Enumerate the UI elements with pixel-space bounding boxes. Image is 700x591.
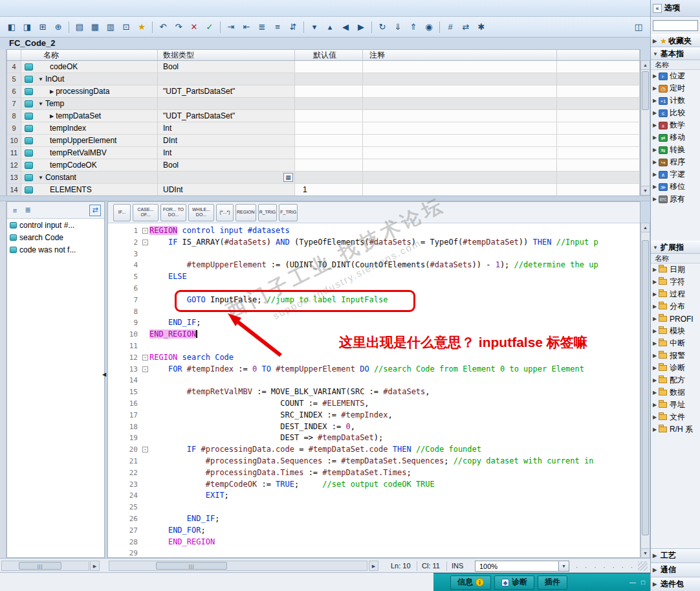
- column-header[interactable]: 数据类型: [158, 50, 295, 60]
- row-number[interactable]: 6: [7, 85, 21, 97]
- split-editor-vertical-icon[interactable]: ◨: [20, 20, 34, 34]
- section-extended-instructions[interactable]: ▼扩展指: [651, 241, 700, 254]
- constant-details-icon[interactable]: ▦: [283, 173, 293, 182]
- instruction-group-过程[interactable]: ▶过程: [651, 288, 700, 300]
- expand-arrow-icon[interactable]: ▶: [50, 113, 54, 119]
- network-view-icon[interactable]: #: [443, 20, 457, 34]
- insert-row-icon[interactable]: ⊞: [36, 20, 50, 34]
- cell-data-type[interactable]: UDInt: [158, 184, 295, 195]
- outline-hscrollbar[interactable]: |||: [1, 561, 89, 571]
- upload-icon[interactable]: ⇑: [406, 20, 421, 34]
- instruction-group-字逻[interactable]: ▶∧字逻: [651, 168, 700, 181]
- instruction-group-转换[interactable]: ▶⇆转换: [651, 144, 700, 156]
- code-line[interactable]: 12-REGION search Code: [108, 352, 640, 364]
- cell-comment[interactable]: [363, 135, 557, 146]
- instruction-group-数据[interactable]: ▶数据: [651, 386, 700, 399]
- cell-data-type[interactable]: "UDT_PartsDataSet": [158, 85, 295, 97]
- cell-default-value[interactable]: [295, 135, 363, 146]
- snapshot-icon[interactable]: ▦: [88, 20, 102, 34]
- instruction-group-移动[interactable]: ▶⇄移动: [651, 131, 700, 144]
- cell-name[interactable]: tempUpperElement: [21, 135, 158, 146]
- cell-default-value[interactable]: [295, 172, 363, 183]
- cell-comment[interactable]: [363, 61, 557, 72]
- float-inspector-icon[interactable]: □: [641, 579, 645, 586]
- cell-data-type[interactable]: Int: [158, 122, 295, 134]
- code-line[interactable]: 29: [108, 548, 640, 559]
- toggle-comment-icon[interactable]: ≡: [270, 20, 285, 34]
- code-line[interactable]: 20- IF #processingData.code = #tempDataS…: [108, 444, 640, 456]
- section-favorites[interactable]: ▶ ★ 收藏夹: [651, 34, 700, 47]
- code-area[interactable]: 1-REGION control input #datasets2- IF IS…: [108, 223, 640, 559]
- row-number[interactable]: 7: [7, 98, 21, 109]
- resize-grip[interactable]: [638, 561, 648, 571]
- cell-name[interactable]: tempCodeOK: [21, 159, 158, 171]
- row-number[interactable]: 8: [7, 110, 21, 122]
- cell-comment[interactable]: [363, 98, 557, 109]
- cell-default-value[interactable]: [295, 85, 363, 97]
- cell-comment[interactable]: [363, 85, 557, 97]
- expand-outline-icon[interactable]: ≡: [9, 205, 21, 216]
- indent-icon[interactable]: ⇥: [224, 20, 238, 34]
- accept-edit-icon[interactable]: ✓: [202, 20, 217, 34]
- cell-comment[interactable]: [363, 172, 557, 183]
- collapse-options-icon[interactable]: «: [653, 4, 662, 13]
- cell-data-type[interactable]: "UDT_PartsDataSet": [158, 110, 295, 122]
- cell-data-type[interactable]: Bool: [158, 159, 295, 171]
- code-line[interactable]: 23 #tempCodeOK := TRUE; //set output cod…: [108, 479, 640, 491]
- code-line[interactable]: 14: [108, 375, 640, 386]
- next-position-icon[interactable]: ▶: [354, 20, 368, 34]
- row-number[interactable]: 4: [7, 61, 21, 72]
- editor-layout-icon[interactable]: ◫: [631, 20, 646, 34]
- instruction-group-R/H 系[interactable]: ▶R/H 系: [651, 423, 700, 436]
- code-line[interactable]: 11: [108, 340, 640, 352]
- code-line[interactable]: 1-REGION control input #datasets: [108, 225, 640, 237]
- fold-toggle-icon[interactable]: -: [142, 240, 148, 245]
- row-number[interactable]: 13: [7, 172, 21, 183]
- cell-name[interactable]: ▼InOut: [21, 73, 158, 85]
- row-number[interactable]: 11: [7, 147, 21, 159]
- cell-name[interactable]: tempIndex: [21, 122, 158, 134]
- cell-data-type[interactable]: Int: [158, 147, 295, 159]
- cancel-edit-icon[interactable]: ✕: [187, 20, 201, 34]
- section-工艺[interactable]: ▶工艺: [651, 548, 700, 563]
- code-line[interactable]: 27 END_FOR;: [108, 525, 640, 537]
- cell-data-type[interactable]: ▦: [158, 172, 295, 183]
- scroll-thumb[interactable]: |||: [19, 562, 61, 570]
- inspector-tab-插件[interactable]: 插件: [538, 575, 567, 590]
- code-editor-scrollbar[interactable]: ▲ ▼: [640, 223, 650, 558]
- expand-arrow-icon[interactable]: ▼: [38, 101, 43, 107]
- instruction-group-程序[interactable]: ▶↪程序: [651, 156, 700, 168]
- instruction-group-比较[interactable]: ▶≤比较: [651, 107, 700, 119]
- monitor-icon[interactable]: ◉: [422, 20, 436, 34]
- cell-comment[interactable]: [363, 73, 557, 85]
- snippet-tab[interactable]: FOR... TO DO...: [160, 204, 186, 221]
- cell-default-value[interactable]: 1: [295, 184, 363, 195]
- cell-comment[interactable]: [363, 159, 557, 171]
- variable-table-scrollbar[interactable]: ▲ ▼: [640, 60, 650, 195]
- format-code-icon[interactable]: ≣: [255, 20, 269, 34]
- instruction-group-寻址[interactable]: ▶寻址: [651, 399, 700, 411]
- code-line[interactable]: 9 END_IF;: [108, 317, 640, 329]
- instruction-group-位逻[interactable]: ▶⊦位逻: [651, 70, 700, 82]
- column-header[interactable]: 默认值: [295, 50, 363, 60]
- row-number[interactable]: 5: [7, 73, 21, 85]
- code-line[interactable]: 28 END_REGION: [108, 537, 640, 548]
- snippet-tab[interactable]: (*...*): [216, 204, 234, 221]
- expand-arrow-icon[interactable]: ▶: [50, 89, 54, 95]
- snippet-tab[interactable]: REGION: [235, 204, 256, 221]
- row-number[interactable]: 10: [7, 135, 21, 146]
- scroll-thumb[interactable]: [642, 240, 649, 535]
- cell-name[interactable]: ELEMENTS: [21, 184, 158, 195]
- scroll-thumb[interactable]: |||: [156, 562, 227, 570]
- code-line[interactable]: 16 COUNT := #ELEMENTS,: [108, 398, 640, 410]
- snippet-tab[interactable]: F_TRIG: [279, 204, 298, 221]
- redo-icon[interactable]: ↷: [171, 20, 186, 34]
- instruction-group-定时[interactable]: ▶◷定时: [651, 82, 700, 95]
- cell-data-type[interactable]: [158, 98, 295, 109]
- scroll-up-icon[interactable]: ▲: [641, 61, 650, 70]
- column-header[interactable]: 名称: [21, 50, 158, 60]
- cell-comment[interactable]: [363, 147, 557, 159]
- minimize-inspector-icon[interactable]: —: [629, 579, 636, 586]
- instruction-group-中断[interactable]: ▶中断: [651, 337, 700, 350]
- scroll-right-icon[interactable]: ▶: [90, 561, 100, 571]
